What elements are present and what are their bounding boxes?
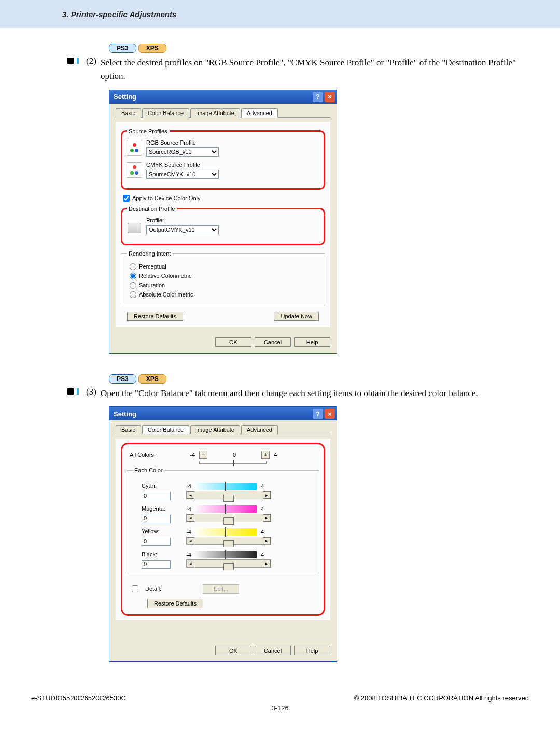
close-icon[interactable]: × — [325, 92, 335, 102]
ok-button[interactable]: OK — [215, 337, 251, 347]
tab-advanced[interactable]: Advanced — [241, 108, 278, 118]
update-now-button[interactable]: Update Now — [274, 312, 319, 321]
section-title: 3. Printer-specific Adjustments — [62, 10, 176, 19]
source-profiles-group: Source Profiles RGB Source Profile Sourc… — [121, 128, 325, 190]
tab-color-balance[interactable]: Color Balance — [142, 108, 189, 118]
help-icon[interactable]: ? — [313, 409, 323, 419]
step-number: (2) — [86, 56, 101, 66]
magenta-value[interactable]: 0 — [142, 515, 171, 523]
tab-basic[interactable]: Basic — [116, 108, 141, 118]
cyan-value[interactable]: 0 — [142, 492, 171, 500]
radio-saturation[interactable] — [130, 282, 136, 289]
black-gradient: -4 4 — [186, 551, 264, 558]
titlebar[interactable]: Setting ? × — [109, 90, 337, 104]
badge-xps: XPS — [138, 374, 166, 384]
footer-left: e-STUDIO5520C/6520C/6530C — [31, 694, 126, 702]
tab-advanced[interactable]: Advanced — [241, 425, 278, 434]
detail-label: Detail: — [145, 586, 161, 592]
page-number: 3-126 — [0, 704, 560, 712]
cmyk-icon — [127, 162, 142, 178]
radio-perceptual[interactable] — [130, 263, 136, 270]
scale-zero: 0 — [233, 452, 236, 458]
minus-button[interactable]: − — [199, 451, 207, 459]
ok-button[interactable]: OK — [215, 646, 251, 655]
source-profiles-legend: Source Profiles — [127, 128, 170, 134]
titlebar[interactable]: Setting ? × — [109, 407, 337, 420]
tabs: Basic Color Balance Image Attribute Adva… — [116, 108, 330, 118]
cyan-gradient: -4 4 — [186, 483, 264, 490]
yellow-value[interactable]: 0 — [142, 538, 171, 546]
tab-image-attribute[interactable]: Image Attribute — [190, 108, 240, 118]
magenta-slider[interactable]: ◂ ▸ — [186, 514, 271, 522]
scale-neg: -4 — [186, 452, 195, 458]
destination-profile-combo[interactable]: OutputCMYK_v10 — [146, 225, 219, 234]
cancel-button[interactable]: Cancel — [255, 646, 291, 655]
rgb-source-combo[interactable]: SourceRGB_v10 — [146, 147, 219, 157]
footer-right: © 2008 TOSHIBA TEC CORPORATION All right… — [354, 694, 529, 702]
each-color-group: Each Color Cyan: 0 -4 4 — [127, 467, 319, 574]
square-icon — [67, 58, 74, 64]
each-color-legend: Each Color — [132, 467, 164, 473]
rgb-icon — [127, 140, 142, 156]
restore-defaults-button[interactable]: Restore Defaults — [127, 312, 183, 321]
detail-checkbox[interactable] — [132, 585, 138, 592]
help-icon[interactable]: ? — [313, 92, 323, 102]
step-icons — [67, 58, 79, 64]
edit-button[interactable]: Edit... — [203, 584, 239, 594]
yellow-label: Yellow: — [142, 528, 186, 534]
black-slider[interactable]: ◂ ▸ — [186, 559, 271, 568]
yellow-gradient: -4 4 — [186, 528, 264, 536]
help-button[interactable]: Help — [294, 646, 330, 655]
help-button[interactable]: Help — [294, 337, 330, 347]
restore-defaults-button[interactable]: Restore Defaults — [147, 599, 203, 608]
radio-relative[interactable] — [130, 273, 136, 279]
rendering-intent-group: Rendering Intent Perceptual Relative Col… — [121, 250, 325, 306]
right-arrow-icon[interactable]: ▸ — [263, 514, 271, 522]
cb-highlight: All Colors: -4 − 0 + 4 — [121, 443, 325, 616]
cmyk-label: CMYK Source Profile — [146, 162, 219, 168]
destination-legend: Destination Profile — [127, 206, 177, 212]
all-colors-track[interactable] — [199, 461, 267, 464]
apply-device-label: Apply to Device Color Only — [132, 195, 200, 201]
ri-saturation-label: Saturation — [139, 282, 165, 288]
setting-dialog-color-balance: Setting ? × Basic Color Balance Image At… — [109, 406, 337, 662]
cyan-label: Cyan: — [142, 483, 186, 489]
step-2: (2) Select the desired profiles on "RGB … — [67, 56, 529, 83]
tab-image-attribute[interactable]: Image Attribute — [190, 425, 240, 434]
plus-button[interactable]: + — [261, 451, 270, 459]
left-arrow-icon[interactable]: ◂ — [187, 491, 194, 499]
magenta-gradient: -4 4 — [186, 505, 264, 513]
cancel-button[interactable]: Cancel — [255, 337, 291, 347]
cyan-slider[interactable]: ◂ ▸ — [186, 491, 271, 499]
step-icons — [67, 388, 79, 395]
close-icon[interactable]: × — [325, 409, 335, 419]
rendering-intent-legend: Rendering Intent — [127, 250, 173, 257]
apply-device-checkbox[interactable] — [123, 195, 130, 202]
right-arrow-icon[interactable]: ▸ — [263, 491, 271, 499]
left-arrow-icon[interactable]: ◂ — [187, 560, 194, 567]
square-icon — [67, 388, 74, 395]
bars-icon — [75, 388, 79, 395]
left-arrow-icon[interactable]: ◂ — [187, 514, 194, 522]
left-arrow-icon[interactable]: ◂ — [187, 537, 194, 544]
step-text: Open the "Color Balance" tab menu and th… — [101, 387, 478, 400]
bars-icon — [75, 58, 79, 64]
tab-basic[interactable]: Basic — [116, 425, 141, 434]
destination-profile-group: Destination Profile Profile: OutputCMYK_… — [121, 206, 325, 245]
footer: e-STUDIO5520C/6520C/6530C © 2008 TOSHIBA… — [0, 683, 560, 702]
yellow-slider[interactable]: ◂ ▸ — [186, 537, 271, 545]
ri-absolute-label: Absolute Colorimetric — [139, 291, 193, 298]
badge-xps: XPS — [138, 44, 166, 53]
badge-row-2: PS3 XPS — [109, 374, 529, 384]
ri-perceptual-label: Perceptual — [139, 263, 166, 270]
right-arrow-icon[interactable]: ▸ — [263, 537, 271, 544]
radio-absolute[interactable] — [130, 291, 136, 298]
black-value[interactable]: 0 — [142, 560, 171, 569]
right-arrow-icon[interactable]: ▸ — [263, 560, 271, 567]
cmyk-source-combo[interactable]: SourceCMYK_v10 — [146, 170, 219, 179]
ri-relative-label: Relative Colorimetric — [139, 273, 191, 279]
magenta-label: Magenta: — [142, 505, 186, 512]
all-colors-label: All Colors: — [130, 452, 186, 458]
dest-label: Profile: — [146, 217, 219, 223]
tab-color-balance[interactable]: Color Balance — [142, 425, 189, 434]
